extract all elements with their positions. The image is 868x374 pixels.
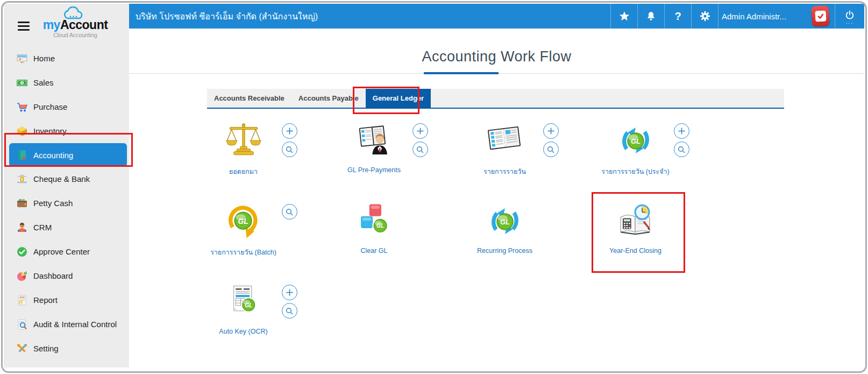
gl-recycle-icon: GL xyxy=(485,201,525,241)
magnifier-icon xyxy=(547,146,554,153)
workflow-item-label[interactable]: รายการรายวัน (ประจำ) xyxy=(570,166,701,177)
search-button[interactable] xyxy=(282,204,297,220)
user-avatar[interactable] xyxy=(806,6,835,26)
workflow-item-recurring-process[interactable]: GL Recurring Process xyxy=(439,198,570,279)
menu-toggle-button[interactable] xyxy=(18,22,30,31)
search-button[interactable] xyxy=(282,303,297,319)
svg-text:GL: GL xyxy=(245,302,252,308)
sidebar-item-cheque-bank[interactable]: $ Cheque & Bank xyxy=(4,167,129,191)
audit-icon xyxy=(16,319,28,330)
workflow-item-daily-journal-batch[interactable]: GL รายการรายวัน (Batch) xyxy=(178,198,309,279)
sidebar-item-dashboard[interactable]: Dashboard xyxy=(4,264,129,288)
workflow-item-label[interactable]: Auto Key (OCR) xyxy=(178,328,309,335)
sidebar-item-report[interactable]: $ Report xyxy=(4,288,129,312)
user-menu[interactable]: Admin Administr... xyxy=(718,12,806,21)
help-button[interactable]: ? xyxy=(665,4,691,29)
bell-icon xyxy=(645,11,657,22)
favorites-button[interactable] xyxy=(611,4,637,29)
page-title: Accounting Work Flow xyxy=(129,29,864,65)
workflow-item-gl-pre-payments[interactable]: GL Pre-Payments xyxy=(309,117,439,198)
brand-text: myAccount xyxy=(30,18,121,31)
app-window: myAccount Cloud Accounting Home $ Sales … xyxy=(0,0,868,374)
workflow-item-label[interactable]: รายการรายวัน xyxy=(439,166,570,177)
workflow-item-clear-gl[interactable]: GL Clear GL xyxy=(309,198,439,279)
add-button[interactable] xyxy=(282,123,297,139)
add-button[interactable] xyxy=(282,285,297,300)
main-content: Accounting Work Flow Accounts Receivable… xyxy=(129,29,864,368)
workflow-item-label[interactable]: Clear GL xyxy=(309,247,439,255)
workflow-item-label[interactable]: GL Pre-Payments xyxy=(309,166,439,174)
search-button[interactable] xyxy=(543,142,559,157)
sidebar-nav: Home $ Sales Purchase Inventory Accounti… xyxy=(4,46,129,361)
sidebar-item-label: Accounting xyxy=(33,151,73,160)
sidebar: myAccount Cloud Accounting Home $ Sales … xyxy=(4,4,129,368)
tab-accounts-payable[interactable]: Accounts Payable xyxy=(291,89,366,108)
sidebar-item-inventory[interactable]: Inventory xyxy=(4,119,129,143)
add-button[interactable] xyxy=(412,123,428,139)
box-icon xyxy=(16,125,28,137)
workflow-tabs: Accounts Receivable Accounts Payable Gen… xyxy=(207,89,784,109)
workflow-item-label[interactable]: ยอดยกมา xyxy=(178,166,309,177)
myaccount-logo-badge xyxy=(811,5,830,27)
journal-book-icon xyxy=(485,121,525,160)
star-icon xyxy=(618,10,630,22)
top-bar: บริษัท โปรซอฟท์ ซีอาร์เอ็ม จำกัด (สำนักง… xyxy=(129,4,864,29)
workflow-item-opening-balance[interactable]: ยอดยกมา xyxy=(178,117,309,198)
sidebar-item-sales[interactable]: $ Sales xyxy=(4,70,129,95)
report-icon: $ xyxy=(16,294,28,306)
sidebar-item-label: Setting xyxy=(33,344,59,353)
person-icon xyxy=(16,222,28,234)
search-button[interactable] xyxy=(412,142,428,157)
sidebar-item-home[interactable]: Home xyxy=(4,46,129,70)
sidebar-item-approve-center[interactable]: Approve Center xyxy=(4,239,129,264)
plus-icon xyxy=(286,128,293,135)
workflow-item-daily-journal-recurring[interactable]: GL รายการรายวัน (ประจำ) xyxy=(570,117,701,198)
gl-recycle-icon: GL xyxy=(616,121,656,160)
sidebar-item-purchase[interactable]: Purchase xyxy=(4,95,129,119)
settings-button[interactable] xyxy=(692,4,718,29)
add-button[interactable] xyxy=(543,123,559,139)
workflow-item-daily-journal[interactable]: รายการรายวัน xyxy=(439,117,570,198)
gl-batch-icon: GL xyxy=(224,201,264,241)
magnifier-icon xyxy=(286,307,293,315)
sidebar-item-crm[interactable]: CRM xyxy=(4,215,129,239)
add-button[interactable] xyxy=(674,123,689,139)
svg-text:GL: GL xyxy=(376,223,384,229)
logout-button[interactable]: ... xyxy=(835,4,864,29)
item-actions xyxy=(543,123,559,157)
scales-icon xyxy=(224,121,264,160)
search-button[interactable] xyxy=(674,142,689,157)
notifications-button[interactable] xyxy=(638,4,664,29)
item-actions xyxy=(282,123,297,157)
sidebar-item-accounting[interactable]: Accounting xyxy=(9,143,127,167)
search-button[interactable] xyxy=(282,142,297,157)
tab-accounts-receivable[interactable]: Accounts Receivable xyxy=(207,89,291,108)
svg-text:GL: GL xyxy=(238,217,248,225)
item-actions xyxy=(412,123,428,157)
sidebar-item-audit-internal-control[interactable]: Audit & Internal Control xyxy=(4,312,129,336)
home-icon xyxy=(16,53,28,65)
wallet-icon xyxy=(16,197,28,209)
sidebar-item-label: Audit & Internal Control xyxy=(33,320,117,329)
pie-chart-icon xyxy=(16,270,28,282)
plus-icon xyxy=(417,128,424,135)
power-dots: ... xyxy=(846,21,853,23)
title-active-underline xyxy=(424,72,499,74)
clear-gl-icon: GL xyxy=(354,201,394,241)
workflow-item-label[interactable]: Recurring Process xyxy=(439,247,570,255)
workflow-item-label[interactable]: รายการรายวัน (Batch) xyxy=(178,247,309,258)
sidebar-item-petty-cash[interactable]: Petty Cash xyxy=(4,191,129,215)
check-icon xyxy=(816,12,824,20)
sidebar-item-setting[interactable]: Setting xyxy=(4,336,129,361)
check-circle-icon xyxy=(16,246,28,258)
tab-general-ledger[interactable]: General Ledger xyxy=(366,89,431,108)
magnifier-icon xyxy=(286,146,293,153)
workflow-item-label[interactable]: Year-End Closing xyxy=(570,247,701,255)
money-icon: $ xyxy=(16,77,28,89)
plus-icon xyxy=(286,289,293,296)
gear-icon xyxy=(699,10,711,22)
workflow-item-auto-key-ocr[interactable]: GL Auto Key (OCR) xyxy=(178,279,309,359)
svg-text:$: $ xyxy=(22,81,23,84)
workflow-item-year-end-closing[interactable]: Year-End Closing xyxy=(570,198,701,279)
auto-key-ocr-icon: GL xyxy=(224,282,264,322)
